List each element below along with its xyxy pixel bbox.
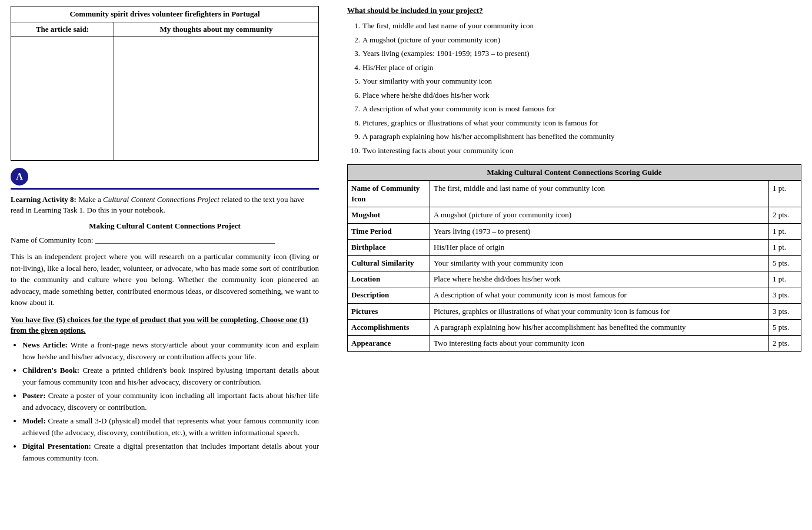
score-label-7: Pictures — [348, 303, 430, 319]
score-pts-7: 3 pts. — [769, 303, 801, 319]
choices-heading: You have five (5) choices for the type o… — [11, 314, 319, 336]
req-10: Two interesting facts about your communi… — [362, 145, 513, 157]
table-row: Location Place where he/she did/does his… — [348, 271, 801, 287]
score-label-9: Appearance — [348, 335, 430, 351]
article-col2-header: My thoughts about my community — [114, 22, 319, 37]
list-item: 1.The first, middle and last name of you… — [347, 20, 801, 32]
req-2: A mugshot (picture of your community ico… — [362, 34, 500, 46]
scoring-table-title: Making Cultural Content Connections Scor… — [348, 165, 801, 181]
article-col1-header: The article said: — [11, 22, 114, 37]
left-column: Community spirit drives volunteer firefi… — [0, 0, 330, 530]
score-pts-9: 2 pts. — [769, 335, 801, 351]
project-name-italic: Cultural Content Connections Project — [103, 195, 219, 204]
score-desc-4: Your similarity with your community icon — [430, 255, 769, 271]
score-label-2: Time Period — [348, 223, 430, 239]
score-desc-6: A description of what your community ico… — [430, 287, 769, 303]
score-pts-0: 1 pt. — [769, 181, 801, 207]
req-9: A paragraph explaining how his/her accom… — [362, 131, 615, 143]
what-heading: What should be included in your project? — [347, 6, 801, 15]
article-col2-content — [114, 37, 319, 161]
table-row: Birthplace His/Her place of origin 1 pt. — [348, 239, 801, 255]
choice-5-label: Digital Presentation: — [22, 442, 91, 450]
req-1: The first, middle and last name of your … — [362, 20, 534, 32]
score-desc-0: The first, middle and last name of your … — [430, 181, 769, 207]
list-item: Digital Presentation: Create a digital p… — [22, 440, 319, 463]
choice-3-text: Create a poster of your community icon i… — [22, 391, 319, 412]
score-label-3: Birthplace — [348, 239, 430, 255]
req-8: Pictures, graphics or illustrations of w… — [362, 117, 598, 129]
table-row: Accomplishments A paragraph explaining h… — [348, 319, 801, 335]
table-row: Mugshot A mugshot (picture of your commu… — [348, 207, 801, 223]
right-column: What should be included in your project?… — [330, 0, 812, 530]
what-heading-text: What should be included in your project — [347, 6, 479, 15]
score-desc-9: Two interesting facts about your communi… — [430, 335, 769, 351]
list-item: Poster: Create a poster of your communit… — [22, 390, 319, 413]
table-row: Description A description of what your c… — [348, 287, 801, 303]
choices-list: News Article: Write a front-page news st… — [11, 339, 319, 463]
score-pts-5: 1 pt. — [769, 271, 801, 287]
score-desc-5: Place where he/she did/does his/her work — [430, 271, 769, 287]
article-col1-content — [11, 37, 114, 161]
score-label-5: Location — [348, 271, 430, 287]
score-desc-3: His/Her place of origin — [430, 239, 769, 255]
req-5: Your similarity with your community icon — [362, 75, 492, 87]
table-row: Pictures Pictures, graphics or illustrat… — [348, 303, 801, 319]
score-pts-4: 5 pts. — [769, 255, 801, 271]
score-label-8: Accomplishments — [348, 319, 430, 335]
list-item: 8.Pictures, graphics or illustrations of… — [347, 117, 801, 129]
score-pts-3: 1 pt. — [769, 239, 801, 255]
score-pts-1: 2 pts. — [769, 207, 801, 223]
project-section-title: Making Cultural Content Connections Proj… — [11, 221, 319, 231]
table-row: Appearance Two interesting facts about y… — [348, 335, 801, 351]
requirements-list: 1.The first, middle and last name of you… — [347, 20, 801, 156]
req-7: A description of what your community ico… — [362, 103, 555, 115]
project-description: This is an independent project where you… — [11, 251, 319, 309]
score-desc-2: Years living (1973 – to present) — [430, 223, 769, 239]
score-pts-8: 5 pts. — [769, 319, 801, 335]
table-row: Name of Community Icon The first, middle… — [348, 181, 801, 207]
list-item: 10.Two interesting facts about your comm… — [347, 145, 801, 157]
choice-3-label: Poster: — [22, 391, 46, 400]
list-item: 2.A mugshot (picture of your community i… — [347, 34, 801, 46]
score-desc-7: Pictures, graphics or illustrations of w… — [430, 303, 769, 319]
req-3: Years living (examples: 1901-1959; 1973 … — [362, 48, 530, 59]
choice-1-label: News Article: — [22, 340, 68, 349]
learning-activity-label: Learning Activity 8: — [11, 195, 76, 204]
score-label-0: Name of Community Icon — [348, 181, 430, 207]
list-item: 9.A paragraph explaining how his/her acc… — [347, 131, 801, 143]
score-label-1: Mugshot — [348, 207, 430, 223]
score-pts-2: 1 pt. — [769, 223, 801, 239]
list-item: Children's Book: Create a printed childr… — [22, 365, 319, 387]
list-item: 6.Place where he/she did/does his/her wo… — [347, 90, 801, 101]
list-item: 7.A description of what your community i… — [347, 103, 801, 115]
list-item: 4.His/Her place of origin — [347, 62, 801, 74]
list-item: 5.Your similarity with your community ic… — [347, 75, 801, 87]
name-underline: ________________________________________… — [95, 236, 275, 244]
name-label: Name of Community Icon: — [11, 236, 95, 244]
choice-4-label: Model: — [22, 416, 46, 425]
article-table: Community spirit drives volunteer firefi… — [11, 6, 319, 161]
table-row: Cultural Similarity Your similarity with… — [348, 255, 801, 271]
req-6: Place where he/she did/does his/her work — [362, 90, 490, 101]
scoring-table: Making Cultural Content Connections Scor… — [347, 164, 801, 352]
score-desc-1: A mugshot (picture of your community ico… — [430, 207, 769, 223]
req-4: His/Her place of origin — [362, 62, 433, 74]
score-label-4: Cultural Similarity — [348, 255, 430, 271]
score-desc-8: A paragraph explaining how his/her accom… — [430, 319, 769, 335]
list-item: 3.Years living (examples: 1901-1959; 197… — [347, 48, 801, 59]
learning-activity-desc: Make a — [78, 195, 101, 204]
article-caption: Community spirit drives volunteer firefi… — [11, 6, 319, 22]
score-label-6: Description — [348, 287, 430, 303]
learning-activity-text: Learning Activity 8: Make a Cultural Con… — [11, 194, 319, 216]
list-item: Model: Create a small 3-D (physical) mod… — [22, 415, 319, 438]
list-item: News Article: Write a front-page news st… — [22, 339, 319, 362]
choice-2-label: Children's Book: — [22, 366, 79, 375]
choice-4-text: Create a small 3-D (physical) model that… — [22, 416, 319, 437]
table-row: Time Period Years living (1973 – to pres… — [348, 223, 801, 239]
blue-divider — [11, 188, 319, 190]
score-pts-6: 3 pts. — [769, 287, 801, 303]
name-line: Name of Community Icon: ________________… — [11, 236, 319, 245]
activity-badge: A — [11, 168, 28, 186]
what-heading-suffix: ? — [479, 6, 483, 15]
